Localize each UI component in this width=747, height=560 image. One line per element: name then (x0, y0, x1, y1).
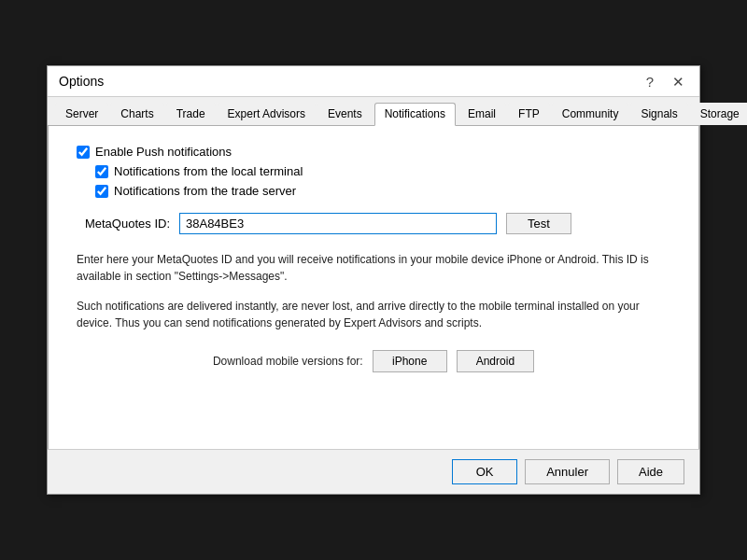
dialog-footer: OK Annuler Aide (48, 449, 699, 494)
tab-notifications[interactable]: Notifications (374, 103, 456, 126)
tab-community[interactable]: Community (552, 103, 629, 125)
cancel-button[interactable]: Annuler (525, 459, 610, 484)
from-local-row: Notifications from the local terminal (95, 164, 670, 178)
metaquotes-row: MetaQuotes ID: Test (77, 213, 670, 234)
from-server-row: Notifications from the trade server (95, 184, 670, 198)
iphone-button[interactable]: iPhone (373, 350, 447, 372)
tab-email[interactable]: Email (458, 103, 506, 125)
from-server-checkbox[interactable] (95, 185, 108, 198)
android-button[interactable]: Android (457, 350, 534, 372)
aide-button[interactable]: Aide (617, 459, 684, 484)
from-local-label[interactable]: Notifications from the local terminal (114, 164, 303, 178)
tab-storage[interactable]: Storage (690, 103, 747, 125)
tab-bar: Server Charts Trade Expert Advisors Even… (48, 97, 699, 126)
metaquotes-id-input[interactable] (179, 213, 497, 234)
help-button[interactable]: ? (642, 75, 657, 89)
dialog-title-area: Options (59, 74, 104, 89)
tab-events[interactable]: Events (317, 103, 373, 125)
test-button[interactable]: Test (506, 213, 571, 234)
tab-charts[interactable]: Charts (110, 103, 163, 125)
tab-expert-advisors[interactable]: Expert Advisors (218, 103, 316, 125)
tab-server[interactable]: Server (55, 103, 108, 125)
from-local-checkbox[interactable] (95, 165, 108, 178)
title-bar: Options ? ✕ (48, 66, 699, 97)
title-bar-controls: ? ✕ (642, 75, 688, 89)
download-label: Download mobile versions for: (213, 355, 363, 368)
tab-ftp[interactable]: FTP (508, 103, 550, 125)
metaquotes-id-label: MetaQuotes ID: (77, 217, 170, 231)
ok-button[interactable]: OK (452, 459, 517, 484)
enable-push-checkbox[interactable] (77, 146, 90, 159)
info-text-2: Such notifications are delivered instant… (77, 298, 670, 331)
enable-push-row: Enable Push notifications (77, 145, 670, 159)
push-notifications-section: Enable Push notifications Notifications … (77, 145, 670, 198)
dialog-title: Options (59, 74, 104, 89)
info-text-1: Enter here your MetaQuotes ID and you wi… (77, 251, 670, 285)
from-server-label[interactable]: Notifications from the trade server (114, 184, 296, 198)
tab-content: Enable Push notifications Notifications … (48, 126, 699, 449)
close-button[interactable]: ✕ (669, 75, 688, 89)
tab-trade[interactable]: Trade (166, 103, 216, 125)
enable-push-label[interactable]: Enable Push notifications (95, 145, 232, 159)
tab-signals[interactable]: Signals (630, 103, 687, 125)
download-section: Download mobile versions for: iPhone And… (77, 350, 670, 372)
options-dialog: Options ? ✕ Server Charts Trade Expert A… (47, 65, 700, 495)
